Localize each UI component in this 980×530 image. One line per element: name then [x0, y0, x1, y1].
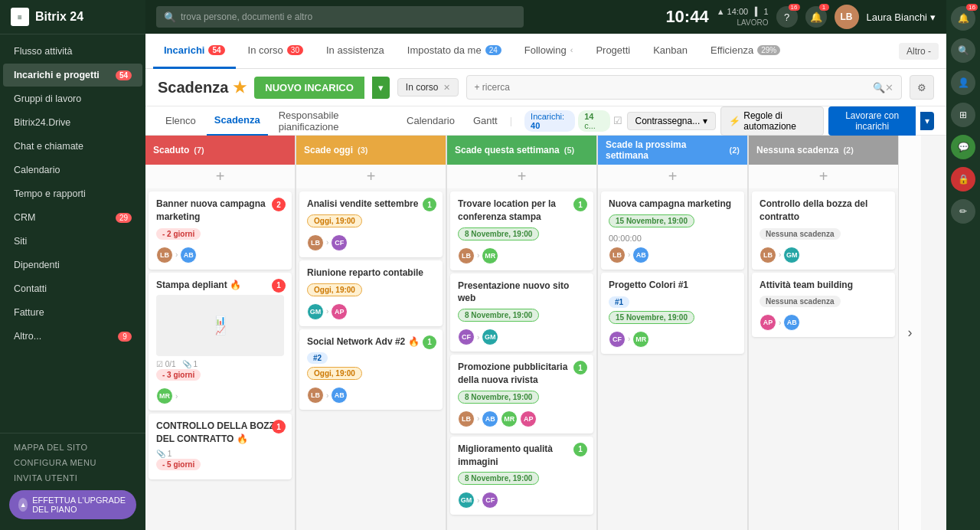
card-presentazione-sito[interactable]: Presentazione nuovo sito web 8 Novembre,…: [450, 273, 593, 352]
right-icon-5[interactable]: 💬: [951, 135, 975, 159]
right-icon-2[interactable]: 🔍: [951, 38, 975, 63]
card-badge: 1: [573, 198, 587, 211]
avatar-arrow: ›: [477, 333, 479, 342]
card-social-network[interactable]: Social Network Adv #2 🔥 1 #2 Oggi, 19:00…: [299, 329, 443, 411]
card-title: Promozione pubblicitaria della nuova riv…: [458, 361, 586, 387]
subnav-scadenza[interactable]: Scadenza: [207, 106, 268, 136]
card-trovare-location[interactable]: Trovare location per la conferenza stamp…: [450, 191, 593, 270]
avatar-arrow: ›: [326, 391, 328, 400]
sidebar-item-flusso[interactable]: Flusso attività: [3, 40, 142, 63]
col-settimana-add[interactable]: +: [447, 165, 596, 188]
card-promozione[interactable]: Promozione pubblicitaria della nuova riv…: [450, 355, 593, 433]
subnav-responsabile[interactable]: Responsabile pianificazione: [271, 106, 396, 136]
col-scaduto-cards: Banner nuova campagna marketing 2 - 2 gi…: [145, 188, 295, 530]
card-nuova-campagna[interactable]: Nuova campagna marketing 15 Novembre, 19…: [601, 191, 744, 270]
avatar-arrow: ›: [326, 307, 328, 316]
tab-following[interactable]: Following ‹: [514, 34, 584, 69]
contrassegna-button[interactable]: Contrassegna... ▾: [627, 112, 717, 130]
card-avatars: LB › AB: [609, 247, 737, 263]
sidebar-item-drive[interactable]: Bitrix24.Drive: [3, 111, 142, 134]
content-area: Incarichi 54 In corso 30 In assistenza I…: [145, 34, 946, 530]
search-input[interactable]: [181, 11, 516, 22]
card-attivita-team[interactable]: Attività team building Nessuna scadenza …: [752, 273, 895, 338]
sidebar-item-label: Altro...: [14, 331, 41, 342]
card-avatars: MR ›: [156, 388, 284, 404]
lavorare-dropdown[interactable]: ▾: [920, 112, 934, 130]
sidebar-item-tempo[interactable]: Tempo e rapporti: [3, 182, 142, 205]
settings-button[interactable]: ⚙: [910, 75, 934, 100]
card-analisi-vendite[interactable]: Analisi vendite settembre 1 Oggi, 19:00 …: [299, 191, 443, 257]
filter-chip-close[interactable]: ✕: [443, 83, 450, 93]
tab-kanban[interactable]: Kanban: [642, 34, 698, 69]
regole-button[interactable]: ⚡ Regole di automazione: [720, 106, 824, 136]
notification-button[interactable]: 🔔 1: [805, 6, 827, 28]
mappa-link[interactable]: MAPPA DEL SITO: [3, 440, 142, 455]
sidebar-item-dipendenti[interactable]: Dipendenti: [3, 254, 142, 276]
tab-in-corso[interactable]: In corso 30: [237, 34, 314, 69]
sidebar-item-label: CRM: [14, 212, 35, 223]
card-stampa-depliant[interactable]: Stampa depliant 🔥 1 📊📈 ☑ 0/1 📎 1 - 3 gio…: [149, 273, 292, 411]
avatar: LB: [609, 247, 626, 263]
tab-impostato[interactable]: Impostato da me 24: [397, 34, 512, 69]
help-button[interactable]: ? 16: [776, 6, 798, 28]
right-icon-3[interactable]: 👤: [951, 70, 975, 95]
configura-link[interactable]: CONFIGURA MENU: [3, 455, 142, 470]
sidebar-item-crm[interactable]: CRM 29: [3, 206, 142, 229]
new-incarico-button[interactable]: NUOVO INCARICO: [254, 77, 364, 99]
card-controllo-bozza-nessuna[interactable]: Controllo della bozza del contratto Ness…: [752, 191, 895, 270]
subnav-elenco[interactable]: Elenco: [158, 106, 204, 136]
following-chevron: ‹: [570, 45, 573, 54]
col-prossima-count: (2): [730, 146, 740, 155]
kanban-next-button[interactable]: ›: [898, 136, 921, 530]
invita-link[interactable]: INVITA UTENTI: [3, 470, 142, 486]
col-prossima-add[interactable]: +: [598, 165, 747, 188]
card-hash-tag: #2: [307, 352, 328, 364]
card-progetto-colori[interactable]: Progetto Colori #1 #1 15 Novembre, 19:00…: [601, 273, 744, 354]
sidebar-item-fatture[interactable]: Fatture: [3, 301, 142, 324]
right-icon-1[interactable]: 🔔 16: [951, 6, 975, 31]
sidebar-item-calendario[interactable]: Calendario: [3, 159, 142, 182]
sidebar-item-altro[interactable]: Altro... 9: [3, 325, 142, 348]
subnav-calendario[interactable]: Calendario: [399, 106, 462, 136]
user-name-button[interactable]: Laura Bianchi ▾: [867, 11, 936, 23]
card-riunione-contabile[interactable]: Riunione reparto contabile Oggi, 19:00 G…: [299, 260, 443, 326]
card-avatars: LB › GM: [760, 247, 887, 263]
new-incarico-dropdown[interactable]: ▾: [372, 77, 390, 99]
kanban-board: Scaduto (7) + Banner nuova campagna mark…: [145, 136, 946, 530]
tab-altro-button[interactable]: Altro -: [899, 43, 939, 60]
col-scaduto: Scaduto (7) + Banner nuova campagna mark…: [145, 136, 295, 530]
header-search-close[interactable]: ✕: [885, 82, 893, 93]
tab-in-assistenza[interactable]: In assistenza: [315, 34, 395, 69]
sidebar-item-contatti[interactable]: Contatti: [3, 277, 142, 300]
card-title: Analisi vendite settembre: [307, 198, 435, 211]
upgrade-button[interactable]: ▲ EFFETTUA L'UPGRADE DEL PIANO: [9, 490, 136, 519]
topbar-search[interactable]: 🔍: [156, 6, 524, 28]
tab-progetti[interactable]: Progetti: [585, 34, 641, 69]
col-scaduto-add[interactable]: +: [145, 165, 295, 188]
person-icon: 👤: [958, 77, 969, 88]
header-search-input[interactable]: [475, 82, 873, 93]
sidebar-item-incarichi[interactable]: Incarichi e progetti 54: [3, 64, 142, 87]
star-icon[interactable]: ★: [233, 78, 247, 97]
card-miglioramento[interactable]: Miglioramento qualità immagini 1 8 Novem…: [450, 437, 593, 515]
sidebar-item-gruppi[interactable]: Gruppi di lavoro: [3, 87, 142, 110]
sidebar-item-siti[interactable]: Siti: [3, 230, 142, 253]
card-date-chip: Oggi, 19:00: [307, 283, 362, 296]
tab-efficienza[interactable]: Efficienza 29%: [700, 34, 791, 69]
card-controllo-bozza[interactable]: CONTROLLO DELLA BOZZA DEL CONTRATTO 🔥 1 …: [149, 414, 292, 479]
sidebar-item-chat[interactable]: Chat e chiamate: [3, 135, 142, 158]
tab-incarichi[interactable]: Incarichi 54: [153, 34, 236, 69]
lavorare-button[interactable]: Lavorare con incarichi: [828, 106, 916, 136]
right-icon-7[interactable]: ✏: [951, 199, 975, 224]
col-oggi-add[interactable]: +: [296, 165, 446, 188]
col-nessuna-add[interactable]: +: [749, 165, 898, 188]
notif-icon: 🔔: [958, 13, 969, 24]
card-banner-marketing[interactable]: Banner nuova campagna marketing 2 - 2 gi…: [149, 191, 292, 270]
header-search[interactable]: 🔍 ✕: [466, 75, 902, 100]
right-icon-4[interactable]: ⊞: [951, 103, 975, 127]
card-date-chip: 8 Novembre, 19:00: [458, 391, 539, 404]
tab-label: Incarichi: [164, 44, 204, 56]
subnav-gantt[interactable]: Gantt: [466, 106, 505, 136]
tab-label: In corso: [248, 44, 283, 56]
right-icon-6[interactable]: 🔒: [951, 167, 975, 191]
